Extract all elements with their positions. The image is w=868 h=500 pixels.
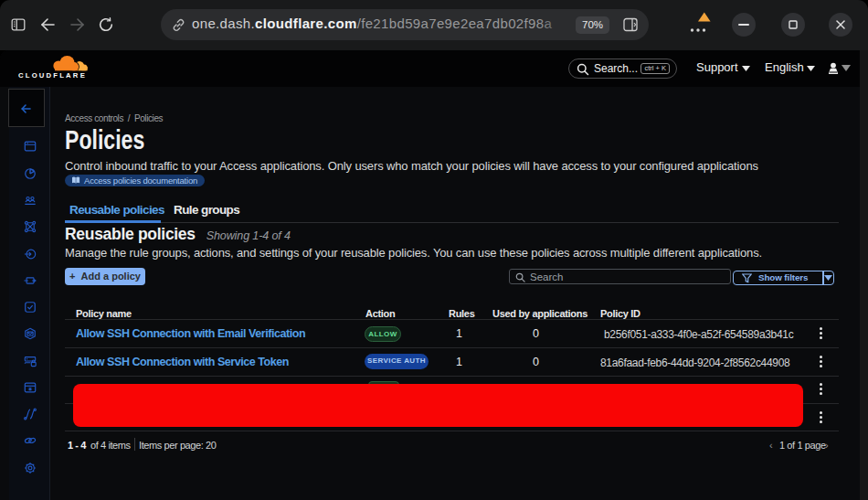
svg-text:CLOUDFLARE: CLOUDFLARE xyxy=(18,71,87,80)
